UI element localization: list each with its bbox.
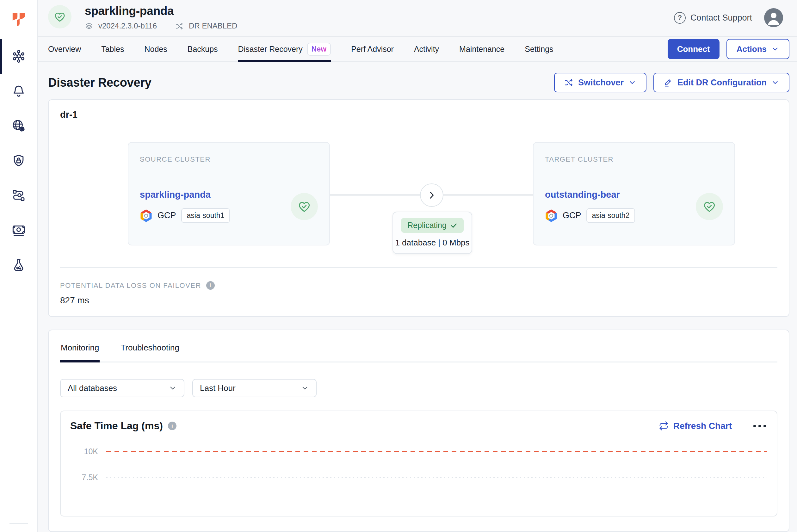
tab-nodes[interactable]: Nodes — [144, 37, 167, 61]
cluster-hub-icon — [12, 49, 26, 63]
monitoring-tabs: Monitoring Troubleshooting — [60, 330, 777, 362]
cluster-version: v2024.2.3.0-b116 — [98, 21, 157, 30]
chevron-down-icon — [169, 384, 177, 392]
tab-activity[interactable]: Activity — [414, 37, 439, 61]
shuffle-icon — [175, 22, 184, 30]
cluster-tabs: Overview Tables Nodes Backups Disaster R… — [48, 37, 553, 61]
tab-monitoring[interactable]: Monitoring — [60, 334, 100, 362]
data-loss-label: POTENTIAL DATA LOSS ON FAILOVER — [60, 282, 201, 290]
cluster-header: sparkling-panda v2024.2.3.0-b116 — [38, 0, 797, 37]
chevron-right-icon — [426, 190, 437, 200]
sidebar-nav — [0, 39, 37, 282]
connect-button[interactable]: Connect — [668, 39, 720, 59]
globe-gear-icon — [12, 119, 26, 133]
cluster-meta: v2024.2.3.0-b116 DR ENABLED — [85, 21, 237, 30]
banknote-icon — [12, 223, 26, 238]
database-filter-select[interactable]: All databases — [60, 379, 184, 397]
dr-config-card: dr-1 SOURCE CLUSTER sparkling-panda — [48, 99, 790, 317]
edit-pencil-icon — [664, 78, 673, 87]
cluster-name: sparkling-panda — [85, 4, 237, 18]
page-head: Disaster Recovery Switchover — [48, 73, 790, 92]
y-tick-10k: 10K — [70, 447, 98, 456]
bell-icon — [12, 84, 26, 98]
time-range-select[interactable]: Last Hour — [192, 379, 317, 397]
chart-filters: All databases Last Hour — [60, 379, 777, 397]
replication-detail: 1 database | 0 Mbps — [393, 238, 472, 248]
cluster-tabs-bar: Overview Tables Nodes Backups Disaster R… — [38, 37, 797, 62]
chevron-down-icon — [771, 78, 779, 87]
source-health-icon — [291, 193, 318, 220]
sidebar — [0, 0, 38, 532]
flask-icon — [12, 258, 26, 272]
heart-check-icon — [54, 11, 66, 23]
tab-settings[interactable]: Settings — [525, 37, 553, 61]
sidebar-item-alerts[interactable] — [0, 74, 37, 109]
dr-config-name: dr-1 — [60, 110, 777, 120]
gcp-logo-icon — [545, 209, 557, 222]
replication-direction-icon — [420, 184, 443, 207]
page-content: Disaster Recovery Switchover — [38, 62, 797, 532]
page-title: Disaster Recovery — [48, 76, 151, 90]
cluster-health-icon — [48, 5, 72, 28]
refresh-chart-button[interactable]: Refresh Chart — [659, 421, 732, 431]
tab-tables[interactable]: Tables — [101, 37, 124, 61]
info-icon[interactable]: i — [206, 281, 215, 290]
y-tick-7-5k: 7.5K — [70, 473, 98, 482]
user-avatar[interactable] — [764, 8, 783, 27]
sidebar-divider — [10, 523, 28, 524]
gridline-7-5k — [106, 477, 767, 478]
target-cluster-box: TARGET CLUSTER outstanding-bear — [533, 142, 735, 245]
edit-dr-configuration-button[interactable]: Edit DR Configuration — [653, 73, 790, 92]
contact-support-link[interactable]: ? Contact Support — [674, 12, 752, 24]
tab-disaster-recovery[interactable]: Disaster Recovery New — [238, 37, 331, 61]
dr-status-label: DR ENABLED — [189, 21, 237, 30]
replication-status-badge: Replicating — [401, 218, 464, 233]
tab-perf-advisor[interactable]: Perf Advisor — [351, 37, 394, 61]
source-region-chip: asia-south1 — [181, 208, 230, 223]
gcp-logo-icon — [140, 209, 152, 222]
sidebar-item-labs[interactable] — [0, 248, 37, 282]
sidebar-item-security[interactable] — [0, 143, 37, 178]
chevron-down-icon — [301, 384, 309, 392]
actions-button[interactable]: Actions — [726, 39, 790, 59]
page-actions: Switchover Edit DR Configuration — [554, 73, 790, 92]
person-icon — [764, 8, 783, 27]
tab-overview[interactable]: Overview — [48, 37, 81, 61]
tab-maintenance[interactable]: Maintenance — [459, 37, 505, 61]
target-region-chip: asia-south2 — [586, 208, 635, 223]
threshold-line-10k — [106, 451, 767, 452]
sidebar-item-integrations[interactable] — [0, 178, 37, 213]
active-nav-indicator — [0, 39, 2, 74]
main-area: sparkling-panda v2024.2.3.0-b116 — [38, 0, 797, 532]
sidebar-item-clusters[interactable] — [0, 39, 37, 74]
monitoring-card: Monitoring Troubleshooting All databases… — [48, 329, 790, 532]
divider — [545, 179, 723, 179]
heart-check-icon — [297, 200, 311, 213]
app-window: sparkling-panda v2024.2.3.0-b116 — [0, 0, 797, 532]
new-badge: New — [307, 43, 331, 56]
layers-icon — [85, 22, 93, 30]
cluster-title-block: sparkling-panda v2024.2.3.0-b116 — [85, 4, 237, 30]
shuffle-icon — [564, 78, 574, 87]
chart-more-menu[interactable] — [752, 422, 767, 431]
source-cluster-link[interactable]: sparkling-panda — [140, 189, 211, 200]
target-cluster-label: TARGET CLUSTER — [545, 155, 723, 164]
tab-troubleshooting[interactable]: Troubleshooting — [120, 334, 180, 362]
source-cluster-label: SOURCE CLUSTER — [140, 155, 318, 164]
switchover-button[interactable]: Switchover — [554, 73, 646, 92]
chart-plot-area: 10K 7.5K — [70, 445, 767, 483]
replication-diagram: SOURCE CLUSTER sparkling-panda — [60, 133, 777, 256]
sidebar-item-cloud-network[interactable] — [0, 109, 37, 143]
yugabyte-logo-icon[interactable] — [0, 0, 37, 39]
source-provider: GCP — [157, 211, 176, 221]
tab-backups[interactable]: Backups — [188, 37, 218, 61]
refresh-icon — [659, 421, 669, 431]
replication-status-box: Replicating 1 database | 0 Mbps — [393, 212, 472, 254]
check-icon — [450, 222, 457, 229]
header-actions: ? Contact Support — [674, 8, 783, 27]
divider — [140, 179, 318, 179]
info-icon[interactable]: i — [168, 422, 176, 430]
workflow-icon — [12, 188, 26, 203]
sidebar-item-billing[interactable] — [0, 213, 37, 248]
target-cluster-link[interactable]: outstanding-bear — [545, 189, 620, 200]
